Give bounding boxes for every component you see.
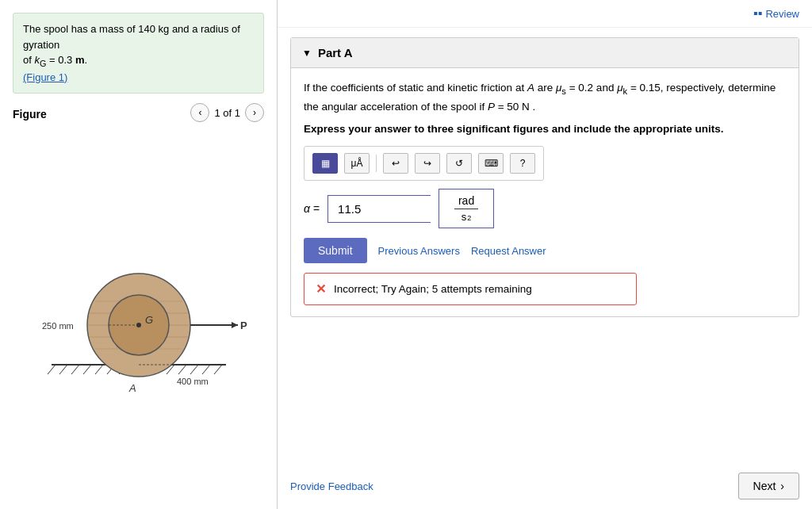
unit-divider — [454, 209, 478, 209]
left-panel: The spool has a mass of 140 kg and a rad… — [0, 0, 278, 509]
math-toolbar: ▦ μÅ ↩ ↪ ↺ ⌨ ? — [304, 146, 544, 181]
question-text: If the coefficients of static and kineti… — [304, 79, 786, 115]
svg-line-3 — [71, 365, 79, 374]
answer-row: α = rad s2 — [304, 189, 786, 228]
figure-next-button[interactable]: › — [245, 103, 264, 122]
toolbar-help-button[interactable]: ? — [510, 153, 535, 174]
svg-line-13 — [190, 365, 198, 374]
answer-input[interactable] — [327, 195, 431, 223]
feedback-link[interactable]: Provide Feedback — [290, 480, 373, 492]
instruction-text: Express your answer to three significant… — [304, 123, 786, 135]
svg-line-14 — [202, 365, 210, 374]
svg-text:250 mm: 250 mm — [42, 321, 74, 331]
mu-icon: μÅ — [351, 158, 363, 169]
part-section: ▼ Part A If the coefficients of static a… — [290, 37, 799, 317]
svg-line-12 — [178, 365, 186, 374]
part-header: ▼ Part A — [291, 38, 799, 68]
next-label: Next — [753, 480, 776, 492]
svg-line-4 — [83, 365, 91, 374]
svg-text:G: G — [145, 314, 153, 326]
submit-row: Submit Previous Answers Request Answer — [304, 238, 786, 263]
grid-icon: ▦ — [321, 158, 330, 169]
unit-s: s — [462, 211, 467, 223]
error-icon: ✕ — [316, 281, 326, 297]
figure-header: Figure ‹ 1 of 1 › — [13, 103, 264, 132]
bottom-bar: Provide Feedback Next › — [278, 463, 812, 509]
toolbar-refresh-button[interactable]: ↺ — [446, 153, 472, 174]
submit-button[interactable]: Submit — [304, 238, 367, 263]
next-arrow-icon: › — [780, 480, 784, 492]
figure-label: Figure — [13, 108, 47, 121]
toolbar-grid-button[interactable]: ▦ — [312, 153, 338, 174]
svg-marker-26 — [232, 322, 238, 328]
collapse-icon[interactable]: ▼ — [302, 48, 312, 59]
redo-icon: ↪ — [423, 158, 431, 169]
unit-exp: 2 — [467, 214, 471, 222]
figure-svg: G P 250 mm 400 mm A — [28, 238, 250, 396]
figure-prev-button[interactable]: ‹ — [190, 103, 209, 122]
review-link[interactable]: ▪▪ Review — [753, 6, 799, 21]
toolbar-undo-button[interactable]: ↩ — [383, 153, 408, 174]
right-panel: ▪▪ Review ▼ Part A If the coefficients o… — [278, 0, 812, 509]
svg-text:P: P — [240, 320, 247, 331]
toolbar-mu-button[interactable]: μÅ — [344, 153, 370, 174]
error-text: Incorrect; Try Again; 5 attempts remaini… — [334, 283, 532, 295]
review-label: Review — [765, 8, 799, 20]
help-icon: ? — [520, 158, 526, 169]
next-button[interactable]: Next › — [738, 473, 799, 499]
request-answer-button[interactable]: Request Answer — [471, 245, 546, 257]
problem-text-line1: The spool has a mass of 140 kg and a rad… — [23, 23, 240, 51]
review-icon: ▪▪ — [753, 6, 762, 21]
figure-area: G P 250 mm 400 mm A — [13, 138, 264, 496]
review-bar: ▪▪ Review — [278, 0, 812, 28]
toolbar-redo-button[interactable]: ↪ — [415, 153, 440, 174]
unit-numerator: rad — [458, 194, 474, 207]
refresh-icon: ↺ — [455, 158, 463, 169]
svg-text:400 mm: 400 mm — [177, 377, 209, 386]
toolbar-keyboard-button[interactable]: ⌨ — [478, 153, 504, 174]
previous-answers-button[interactable]: Previous Answers — [378, 245, 460, 257]
unit-denominator: s2 — [462, 211, 472, 223]
figure-link[interactable]: (Figure 1) — [23, 71, 67, 83]
units-box: rad s2 — [439, 189, 494, 228]
problem-description: The spool has a mass of 140 kg and a rad… — [13, 13, 264, 94]
svg-line-5 — [95, 365, 103, 374]
svg-line-1 — [48, 365, 56, 374]
alpha-label: α = — [304, 202, 320, 215]
svg-text:A: A — [128, 382, 136, 394]
keyboard-icon: ⌨ — [485, 158, 498, 169]
part-label: Part A — [318, 46, 353, 59]
toolbar-separator — [376, 155, 377, 172]
svg-line-15 — [214, 365, 222, 374]
problem-text-kg: of kG = 0.3 m. — [23, 54, 87, 66]
svg-line-2 — [59, 365, 67, 374]
part-content: If the coefficients of static and kineti… — [291, 68, 799, 316]
error-box: ✕ Incorrect; Try Again; 5 attempts remai… — [304, 273, 637, 305]
figure-page: 1 of 1 — [214, 107, 240, 119]
undo-icon: ↩ — [392, 158, 400, 169]
